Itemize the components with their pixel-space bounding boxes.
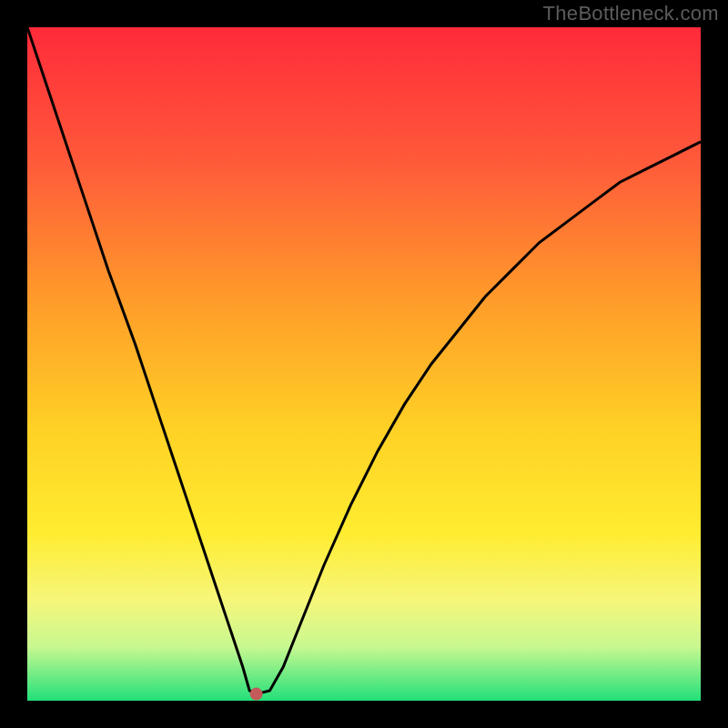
- gradient-background: [27, 27, 701, 701]
- plot-area: [27, 27, 701, 701]
- chart-frame: TheBottleneck.com: [0, 0, 728, 728]
- optimal-point-marker: [250, 688, 263, 701]
- watermark-text: TheBottleneck.com: [543, 2, 719, 25]
- chart-svg: [27, 27, 701, 701]
